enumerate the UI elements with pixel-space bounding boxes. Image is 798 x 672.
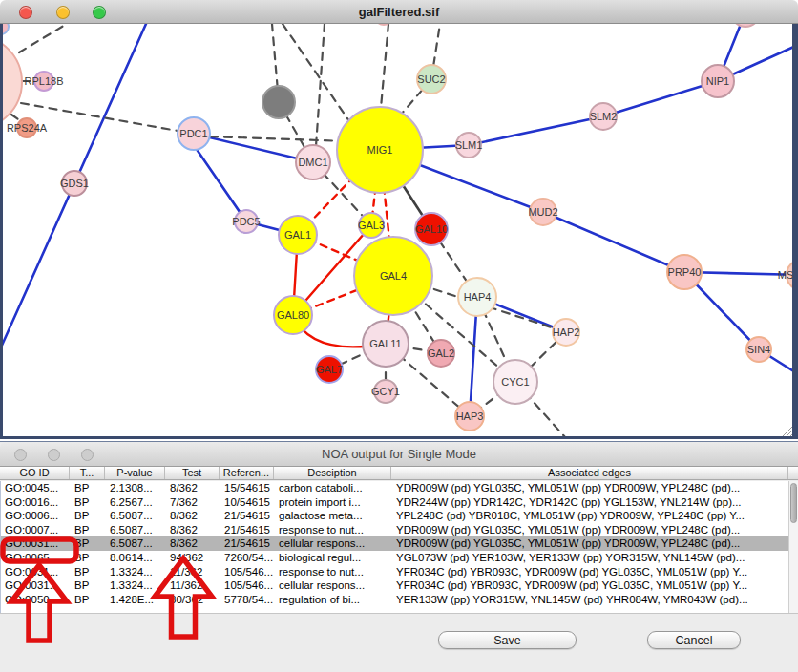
cell-edges: YFR034C (pd) YBR093C, YDR009W (pd) YGL03… bbox=[392, 565, 788, 579]
table-row[interactable]: GO:0006...BP6.5087...8/36221/54615galact… bbox=[1, 509, 788, 523]
noa-window-title: NOA output for Single Mode bbox=[322, 447, 476, 461]
vertical-scrollbar[interactable] bbox=[788, 481, 798, 613]
cell-test: 94/362 bbox=[166, 551, 220, 565]
cell-p-value: 1.428E... bbox=[106, 593, 166, 607]
close-button-icon[interactable] bbox=[14, 449, 27, 461]
table-row[interactable]: GO:0031...BP1.3324...11/362105/546...cel… bbox=[1, 578, 788, 593]
node-label-GDS1: GDS1 bbox=[60, 178, 89, 189]
cell-go-id: GO:0031... bbox=[1, 536, 71, 551]
table-row[interactable]: GO:0045...BP2.1308...8/36215/54615carbon… bbox=[1, 481, 788, 495]
graph-edge-dashed bbox=[210, 136, 346, 141]
column-header-associated-edges[interactable]: Associated edges bbox=[391, 467, 788, 479]
cell-type: BP bbox=[71, 578, 106, 593]
network-canvas-frame: RPL18BRPS24AGDS1PDC1DMC1MIG1SLM1SUC2SLM2… bbox=[0, 24, 798, 439]
cell-p-value: 1.3324... bbox=[106, 565, 166, 579]
zoom-button-icon[interactable] bbox=[93, 6, 106, 19]
cell-p-value: 2.1308... bbox=[106, 481, 166, 495]
cell-description: response to nut... bbox=[275, 523, 392, 537]
close-button-icon[interactable] bbox=[19, 6, 32, 19]
cell-go-id: GO:0031... bbox=[1, 578, 71, 593]
node-label-SIN4: SIN4 bbox=[747, 344, 770, 355]
resize-grip-icon[interactable] bbox=[781, 425, 792, 436]
minimize-button-icon[interactable] bbox=[48, 449, 60, 461]
column-header-desciption[interactable]: Desciption bbox=[274, 467, 391, 479]
column-header-go-id[interactable]: GO ID bbox=[0, 467, 70, 479]
cell-type: BP bbox=[71, 509, 106, 523]
column-header-referen[interactable]: Referen... bbox=[220, 467, 274, 479]
node-unlabeled[interactable] bbox=[3, 24, 9, 34]
results-table-body: GO:0045...BP2.1308...8/36215/54615carbon… bbox=[0, 481, 788, 613]
node-label-MSN: MSN bbox=[778, 269, 792, 281]
graph-window: galFiltered.sif RPL18BRPS24AGDS1PDC1DMC1… bbox=[0, 0, 798, 439]
column-header-p-value[interactable]: P-value bbox=[105, 467, 165, 479]
results-table-header[interactable]: GO IDT...P-valueTestReferen...Desciption… bbox=[0, 467, 798, 480]
table-row[interactable]: GO:0007...BP6.5087...8/36221/54615respon… bbox=[1, 523, 788, 537]
node-label-RPS24A: RPS24A bbox=[7, 122, 48, 134]
cell-reference: 10/54615 bbox=[220, 495, 275, 510]
noa-window-titlebar[interactable]: NOA output for Single Mode bbox=[0, 442, 798, 467]
minimize-button-icon[interactable] bbox=[56, 6, 70, 19]
node-label-PDC1: PDC1 bbox=[179, 128, 207, 139]
cell-test: 11/362 bbox=[166, 578, 220, 593]
node-label-MUD2: MUD2 bbox=[528, 206, 557, 218]
noa-output-window: NOA output for Single Mode GO IDT...P-va… bbox=[0, 441, 798, 672]
cell-edges: YGL073W (pd) YER103W, YER133W (pp) YOR31… bbox=[392, 551, 788, 565]
cell-description: cellular respons... bbox=[275, 578, 392, 593]
cell-test: 11/362 bbox=[166, 565, 220, 579]
cell-description: protein import i... bbox=[275, 495, 392, 510]
graph-edge-dashed bbox=[19, 24, 67, 52]
cell-test: 8/362 bbox=[166, 481, 220, 495]
column-header-t[interactable]: T... bbox=[70, 467, 105, 479]
cell-go-id: GO:0050... bbox=[1, 593, 71, 607]
node-label-GAL3: GAL3 bbox=[358, 220, 385, 231]
node-unlabeled[interactable] bbox=[262, 86, 295, 118]
table-row[interactable]: GO:0031...BP1.3324...11/362105/546...res… bbox=[1, 565, 788, 579]
table-bottom-divider bbox=[0, 613, 798, 614]
cell-go-id: GO:0016... bbox=[1, 495, 71, 510]
cell-description: biological regul... bbox=[275, 551, 392, 565]
cell-edges: YDR009W (pd) YGL035C, YML051W (pp) YDR00… bbox=[392, 481, 788, 495]
table-row[interactable]: GO:0065...BP8.0614...94/3627260/54...bio… bbox=[1, 551, 788, 565]
cell-reference: 7260/54... bbox=[220, 551, 275, 565]
cell-type: BP bbox=[71, 481, 106, 495]
cell-p-value: 6.2567... bbox=[106, 495, 166, 510]
save-button[interactable]: Save bbox=[438, 631, 577, 649]
graph-edge-blue bbox=[469, 116, 603, 145]
zoom-button-icon[interactable] bbox=[81, 449, 94, 461]
node-label-MIG1: MIG1 bbox=[368, 144, 393, 156]
node-label-SLM2: SLM2 bbox=[590, 111, 618, 122]
cell-type: BP bbox=[71, 593, 106, 607]
scrollbar-thumb[interactable] bbox=[790, 483, 797, 523]
cell-description: response to nut... bbox=[275, 565, 392, 579]
node-unlabeled[interactable] bbox=[731, 24, 760, 27]
graph-window-title: galFiltered.sif bbox=[359, 5, 440, 19]
node-unlabeled[interactable] bbox=[375, 24, 392, 25]
cell-edges: YFR034C (pd) YBR093C, YDR009W (pd) YGL03… bbox=[392, 578, 788, 593]
node-label-GAL80: GAL80 bbox=[277, 309, 309, 321]
cell-edges: YDR009W (pd) YGL035C, YML051W (pp) YDR00… bbox=[392, 523, 788, 537]
cancel-button[interactable]: Cancel bbox=[647, 631, 741, 649]
cell-description: galactose meta... bbox=[275, 509, 392, 523]
node-label-GAL2: GAL2 bbox=[428, 347, 454, 359]
node-label-RPL18B: RPL18B bbox=[25, 75, 64, 87]
graph-window-titlebar[interactable]: galFiltered.sif bbox=[0, 0, 798, 24]
network-canvas[interactable]: RPL18BRPS24AGDS1PDC1DMC1MIG1SLM1SUC2SLM2… bbox=[3, 24, 792, 436]
node-label-SLM1: SLM1 bbox=[455, 139, 483, 151]
table-row[interactable]: GO:0016...BP6.2567...7/36210/54615protei… bbox=[1, 495, 788, 510]
cell-test: 7/362 bbox=[166, 495, 220, 510]
node-label-CYC1: CYC1 bbox=[501, 376, 529, 388]
graph-edge-blue bbox=[543, 212, 684, 272]
table-row-selected[interactable]: GO:0031...BP6.5087...8/36221/54615cellul… bbox=[1, 536, 788, 551]
node-label-GCY1: GCY1 bbox=[371, 386, 400, 397]
cell-edges: YDR009W (pd) YGL035C, YML051W (pp) YDR00… bbox=[392, 536, 788, 551]
cell-reference: 5778/54... bbox=[220, 593, 275, 607]
cell-description: regulation of bi... bbox=[275, 593, 392, 607]
cell-go-id: GO:0045... bbox=[1, 481, 71, 495]
node-label-GAL1: GAL1 bbox=[284, 229, 311, 241]
node-label-HAP4: HAP4 bbox=[464, 291, 492, 303]
cell-go-id: GO:0006... bbox=[1, 509, 71, 523]
node-label-SUC2: SUC2 bbox=[417, 74, 445, 85]
column-header-test[interactable]: Test bbox=[165, 467, 220, 479]
table-row[interactable]: GO:0050...BP1.428E...80/3625778/54...reg… bbox=[1, 593, 788, 607]
cell-p-value: 6.5087... bbox=[106, 523, 166, 537]
